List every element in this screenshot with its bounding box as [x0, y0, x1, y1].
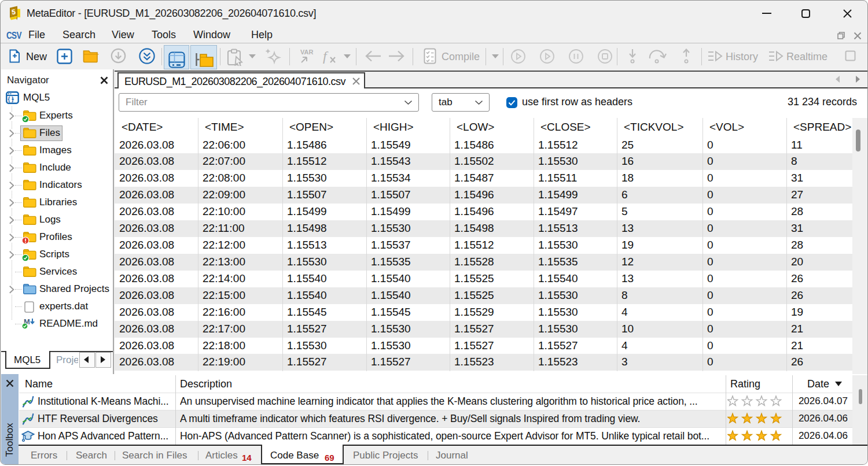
svg-text:f: f	[323, 49, 329, 64]
svg-text:VAR: VAR	[300, 49, 313, 56]
